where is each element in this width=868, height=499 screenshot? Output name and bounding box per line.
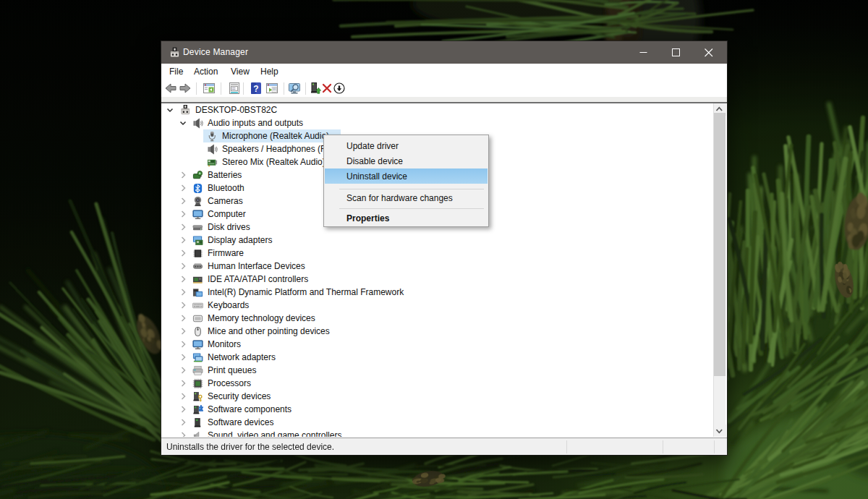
svg-text:?: ? — [253, 84, 258, 94]
